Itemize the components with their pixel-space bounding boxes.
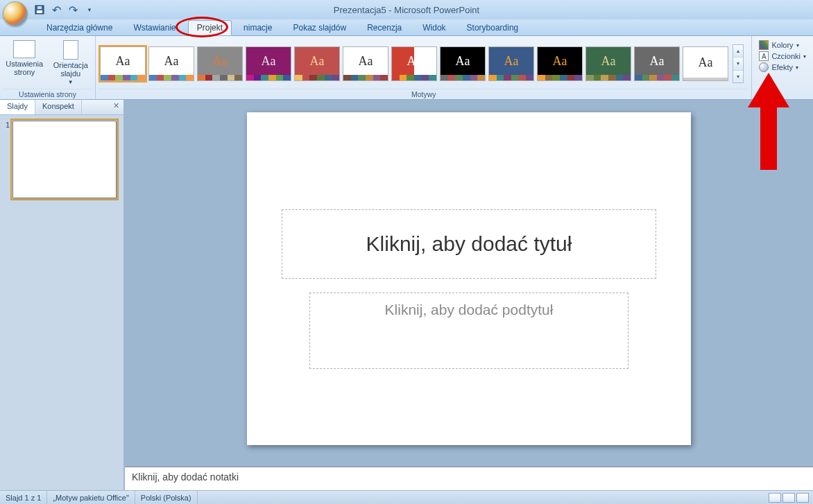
theme-item[interactable]: Aa bbox=[488, 46, 534, 81]
thumbnail-list: 1 bbox=[0, 115, 123, 490]
tab-home[interactable]: Narzędzia główne bbox=[37, 20, 121, 35]
theme-item[interactable]: Aa bbox=[100, 46, 146, 81]
window-title: Prezentacja5 - Microsoft PowerPoint bbox=[334, 5, 479, 15]
tab-slideshow[interactable]: Pokaz slajdów bbox=[284, 20, 355, 35]
view-slideshow-button[interactable] bbox=[796, 493, 809, 503]
theme-item[interactable]: Aa bbox=[148, 46, 194, 81]
theme-item[interactable]: Aa bbox=[440, 46, 486, 81]
ribbon: Ustawienia strony Orientacja slajdu ▼ Us… bbox=[0, 36, 813, 100]
group-label-pagesetup: Ustawienia strony bbox=[3, 89, 92, 99]
theme-item[interactable]: Aa bbox=[294, 46, 340, 81]
tab-review[interactable]: Recenzja bbox=[358, 20, 411, 35]
view-normal-button[interactable] bbox=[769, 493, 781, 503]
thumbnail-preview bbox=[12, 121, 117, 198]
effects-icon bbox=[759, 62, 769, 72]
gallery-row-up-icon[interactable]: ▴ bbox=[733, 45, 743, 58]
status-bar: Slajd 1 z 1 „Motyw pakietu Office" Polsk… bbox=[0, 490, 813, 504]
theme-item[interactable]: Aa bbox=[537, 46, 583, 81]
theme-gallery-scroll: ▴ ▾ ▾ bbox=[733, 44, 744, 83]
office-button[interactable] bbox=[3, 1, 28, 26]
tab-insert[interactable]: Wstawianie bbox=[124, 20, 185, 35]
tab-storyboarding[interactable]: Storyboarding bbox=[458, 20, 528, 35]
save-icon[interactable] bbox=[33, 3, 46, 16]
effects-button[interactable]: Efekty ▾ bbox=[759, 62, 806, 72]
ribbon-tabs: Narzędzia główne Wstawianie Projekt nima… bbox=[0, 19, 813, 36]
workspace: Slajdy Konspekt ✕ 1 Kliknij, aby dodać t… bbox=[0, 100, 813, 490]
page-setup-icon bbox=[13, 40, 35, 58]
undo-icon[interactable]: ↶ bbox=[50, 3, 62, 16]
group-themes: Aa Aa Aa Aa Aa Aa Aa Aa Aa Aa Aa Aa Aa ▴… bbox=[96, 36, 752, 99]
group-theme-options: Kolory ▾ A Czcionki ▾ Efekty ▾ bbox=[752, 36, 813, 99]
gallery-more-icon[interactable]: ▾ bbox=[733, 71, 743, 82]
titlebar: ↶ ↷ ▼ Prezentacja5 - Microsoft PowerPoin… bbox=[0, 0, 813, 19]
notes-pane[interactable]: Kliknij, aby dodać notatki bbox=[125, 467, 813, 490]
colors-icon bbox=[759, 40, 769, 50]
status-slide-count: Slajd 1 z 1 bbox=[0, 491, 47, 504]
page-setup-button[interactable]: Ustawienia strony bbox=[3, 39, 46, 78]
theme-item[interactable]: Aa bbox=[683, 46, 728, 81]
chevron-down-icon: ▼ bbox=[68, 79, 74, 85]
svg-rect-2 bbox=[37, 6, 42, 9]
status-theme: „Motyw pakietu Office" bbox=[47, 491, 135, 504]
group-page-setup: Ustawienia strony Orientacja slajdu ▼ Us… bbox=[0, 36, 96, 99]
slide-canvas-wrap[interactable]: Kliknij, aby dodać tytuł Kliknij, aby do… bbox=[125, 100, 813, 462]
fonts-button[interactable]: A Czcionki ▾ bbox=[759, 51, 806, 61]
group-label-themes: Motywy bbox=[99, 89, 748, 99]
slide-canvas: Kliknij, aby dodać tytuł Kliknij, aby do… bbox=[247, 112, 691, 445]
title-placeholder[interactable]: Kliknij, aby dodać tytuł bbox=[282, 209, 656, 279]
orientation-icon bbox=[63, 40, 78, 60]
pane-tab-outline[interactable]: Konspekt bbox=[35, 100, 82, 114]
fonts-icon: A bbox=[759, 51, 769, 61]
gallery-row-down-icon[interactable]: ▾ bbox=[733, 58, 743, 70]
subtitle-placeholder[interactable]: Kliknij, aby dodać podtytuł bbox=[309, 293, 628, 369]
slide-orientation-button[interactable]: Orientacja slajdu ▼ bbox=[49, 39, 93, 87]
colors-button[interactable]: Kolory ▾ bbox=[759, 40, 806, 50]
tab-view[interactable]: Widok bbox=[413, 20, 454, 35]
theme-item[interactable]: Aa bbox=[634, 46, 680, 81]
pane-tab-slides[interactable]: Slajdy bbox=[0, 100, 35, 114]
redo-icon[interactable]: ↷ bbox=[67, 3, 79, 16]
theme-item[interactable]: Aa bbox=[246, 46, 291, 81]
status-language[interactable]: Polski (Polska) bbox=[135, 491, 198, 504]
qat-dropdown-icon[interactable]: ▼ bbox=[83, 3, 96, 16]
tab-animations[interactable]: nimacje bbox=[234, 20, 281, 35]
slide-thumbnail[interactable]: 1 bbox=[6, 121, 118, 198]
quick-access-toolbar: ↶ ↷ ▼ bbox=[33, 3, 96, 16]
theme-item[interactable]: Aa bbox=[391, 46, 437, 81]
thumbnail-number: 1 bbox=[6, 121, 10, 198]
theme-item[interactable]: Aa bbox=[343, 46, 388, 81]
slides-pane: Slajdy Konspekt ✕ 1 bbox=[0, 100, 125, 490]
svg-rect-1 bbox=[37, 10, 42, 13]
edit-area: Kliknij, aby dodać tytuł Kliknij, aby do… bbox=[125, 100, 813, 490]
theme-gallery: Aa Aa Aa Aa Aa Aa Aa Aa Aa Aa Aa Aa Aa ▴… bbox=[99, 42, 745, 86]
view-sorter-button[interactable] bbox=[782, 493, 795, 503]
theme-item[interactable]: Aa bbox=[585, 46, 631, 81]
pane-close-icon[interactable]: ✕ bbox=[109, 100, 123, 114]
theme-item[interactable]: Aa bbox=[197, 46, 243, 81]
tab-design[interactable]: Projekt bbox=[188, 20, 232, 35]
